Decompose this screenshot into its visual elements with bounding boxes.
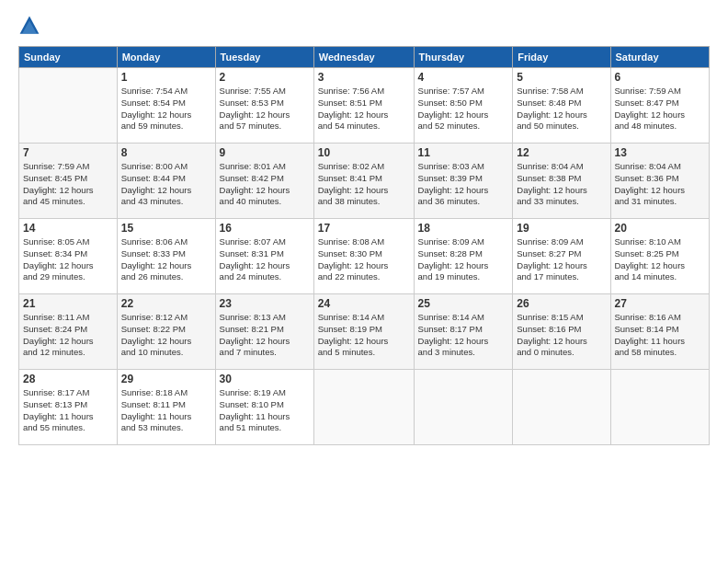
day-info: Sunrise: 8:14 AM Sunset: 8:19 PM Dayligh… <box>318 312 410 359</box>
day-info: Sunrise: 8:19 AM Sunset: 8:10 PM Dayligh… <box>220 387 310 434</box>
calendar-cell: 9Sunrise: 8:01 AM Sunset: 8:42 PM Daylig… <box>215 144 313 219</box>
day-number: 17 <box>318 222 410 235</box>
day-number: 12 <box>517 146 606 159</box>
calendar-cell: 5Sunrise: 7:58 AM Sunset: 8:48 PM Daylig… <box>513 68 610 144</box>
calendar-week-row: 1Sunrise: 7:54 AM Sunset: 8:54 PM Daylig… <box>19 68 710 144</box>
day-info: Sunrise: 7:57 AM Sunset: 8:50 PM Dayligh… <box>418 86 509 132</box>
weekday-header: Sunday <box>19 47 118 68</box>
calendar-cell: 11Sunrise: 8:03 AM Sunset: 8:39 PM Dayli… <box>414 144 513 219</box>
logo <box>18 15 46 37</box>
day-info: Sunrise: 7:58 AM Sunset: 8:48 PM Dayligh… <box>517 86 606 132</box>
day-number: 6 <box>615 71 706 84</box>
day-number: 22 <box>121 297 211 310</box>
calendar-cell: 17Sunrise: 8:08 AM Sunset: 8:30 PM Dayli… <box>313 219 414 294</box>
calendar-cell <box>313 370 414 445</box>
day-info: Sunrise: 8:15 AM Sunset: 8:16 PM Dayligh… <box>517 312 606 359</box>
day-info: Sunrise: 7:55 AM Sunset: 8:53 PM Dayligh… <box>220 86 310 132</box>
day-info: Sunrise: 7:56 AM Sunset: 8:51 PM Dayligh… <box>318 86 410 132</box>
day-number: 19 <box>517 222 606 235</box>
calendar-week-row: 14Sunrise: 8:05 AM Sunset: 8:34 PM Dayli… <box>19 219 710 294</box>
day-number: 30 <box>220 373 310 385</box>
day-info: Sunrise: 8:18 AM Sunset: 8:11 PM Dayligh… <box>121 387 211 434</box>
day-info: Sunrise: 8:00 AM Sunset: 8:44 PM Dayligh… <box>121 161 211 208</box>
day-info: Sunrise: 7:54 AM Sunset: 8:54 PM Dayligh… <box>121 86 211 132</box>
day-info: Sunrise: 8:04 AM Sunset: 8:38 PM Dayligh… <box>517 161 606 208</box>
day-info: Sunrise: 8:09 AM Sunset: 8:27 PM Dayligh… <box>517 236 606 283</box>
calendar-cell: 2Sunrise: 7:55 AM Sunset: 8:53 PM Daylig… <box>215 68 313 144</box>
day-number: 21 <box>23 297 113 310</box>
calendar-cell: 21Sunrise: 8:11 AM Sunset: 8:24 PM Dayli… <box>19 294 118 370</box>
calendar-cell: 24Sunrise: 8:14 AM Sunset: 8:19 PM Dayli… <box>313 294 414 370</box>
day-number: 28 <box>23 373 113 385</box>
calendar-cell: 7Sunrise: 7:59 AM Sunset: 8:45 PM Daylig… <box>19 144 118 219</box>
calendar-cell: 18Sunrise: 8:09 AM Sunset: 8:28 PM Dayli… <box>414 219 513 294</box>
day-info: Sunrise: 8:10 AM Sunset: 8:25 PM Dayligh… <box>615 236 706 283</box>
day-info: Sunrise: 8:08 AM Sunset: 8:30 PM Dayligh… <box>318 236 410 283</box>
calendar-cell: 20Sunrise: 8:10 AM Sunset: 8:25 PM Dayli… <box>610 219 710 294</box>
calendar-cell: 4Sunrise: 7:57 AM Sunset: 8:50 PM Daylig… <box>414 68 513 144</box>
day-number: 9 <box>220 146 310 159</box>
day-number: 29 <box>121 373 211 385</box>
calendar-cell: 29Sunrise: 8:18 AM Sunset: 8:11 PM Dayli… <box>117 370 215 445</box>
day-number: 4 <box>418 71 509 84</box>
calendar-cell: 16Sunrise: 8:07 AM Sunset: 8:31 PM Dayli… <box>215 219 313 294</box>
calendar-cell: 28Sunrise: 8:17 AM Sunset: 8:13 PM Dayli… <box>19 370 118 445</box>
calendar-cell: 12Sunrise: 8:04 AM Sunset: 8:38 PM Dayli… <box>513 144 610 219</box>
day-number: 8 <box>121 146 211 159</box>
calendar-week-row: 28Sunrise: 8:17 AM Sunset: 8:13 PM Dayli… <box>19 370 710 445</box>
weekday-header: Saturday <box>610 47 710 68</box>
day-number: 5 <box>517 71 606 84</box>
calendar-cell: 19Sunrise: 8:09 AM Sunset: 8:27 PM Dayli… <box>513 219 610 294</box>
calendar-header-row: SundayMondayTuesdayWednesdayThursdayFrid… <box>19 47 710 68</box>
calendar-cell: 22Sunrise: 8:12 AM Sunset: 8:22 PM Dayli… <box>117 294 215 370</box>
weekday-header: Thursday <box>414 47 513 68</box>
day-info: Sunrise: 8:11 AM Sunset: 8:24 PM Dayligh… <box>23 312 113 359</box>
day-number: 18 <box>418 222 509 235</box>
day-info: Sunrise: 7:59 AM Sunset: 8:47 PM Dayligh… <box>615 86 706 132</box>
day-info: Sunrise: 8:17 AM Sunset: 8:13 PM Dayligh… <box>23 387 113 434</box>
day-info: Sunrise: 8:07 AM Sunset: 8:31 PM Dayligh… <box>220 236 310 283</box>
day-number: 7 <box>23 146 113 159</box>
day-info: Sunrise: 8:14 AM Sunset: 8:17 PM Dayligh… <box>418 312 509 359</box>
day-number: 24 <box>318 297 410 310</box>
calendar-cell: 1Sunrise: 7:54 AM Sunset: 8:54 PM Daylig… <box>117 68 215 144</box>
day-number: 16 <box>220 222 310 235</box>
day-number: 20 <box>615 222 706 235</box>
calendar-cell <box>414 370 513 445</box>
weekday-header: Monday <box>117 47 215 68</box>
day-info: Sunrise: 8:05 AM Sunset: 8:34 PM Dayligh… <box>23 236 113 283</box>
logo-icon <box>18 15 40 37</box>
calendar-cell: 14Sunrise: 8:05 AM Sunset: 8:34 PM Dayli… <box>19 219 118 294</box>
calendar-week-row: 7Sunrise: 7:59 AM Sunset: 8:45 PM Daylig… <box>19 144 710 219</box>
day-number: 2 <box>220 71 310 84</box>
day-info: Sunrise: 8:03 AM Sunset: 8:39 PM Dayligh… <box>418 161 509 208</box>
day-number: 27 <box>615 297 706 310</box>
day-number: 15 <box>121 222 211 235</box>
day-info: Sunrise: 8:16 AM Sunset: 8:14 PM Dayligh… <box>615 312 706 359</box>
day-number: 10 <box>318 146 410 159</box>
calendar-week-row: 21Sunrise: 8:11 AM Sunset: 8:24 PM Dayli… <box>19 294 710 370</box>
calendar-cell: 6Sunrise: 7:59 AM Sunset: 8:47 PM Daylig… <box>610 68 710 144</box>
calendar-cell <box>513 370 610 445</box>
day-number: 14 <box>23 222 113 235</box>
header <box>18 15 710 37</box>
weekday-header: Friday <box>513 47 610 68</box>
day-number: 26 <box>517 297 606 310</box>
calendar-cell: 25Sunrise: 8:14 AM Sunset: 8:17 PM Dayli… <box>414 294 513 370</box>
day-info: Sunrise: 8:06 AM Sunset: 8:33 PM Dayligh… <box>121 236 211 283</box>
day-info: Sunrise: 8:02 AM Sunset: 8:41 PM Dayligh… <box>318 161 410 208</box>
calendar-cell: 10Sunrise: 8:02 AM Sunset: 8:41 PM Dayli… <box>313 144 414 219</box>
day-number: 3 <box>318 71 410 84</box>
calendar-cell: 27Sunrise: 8:16 AM Sunset: 8:14 PM Dayli… <box>610 294 710 370</box>
day-number: 23 <box>220 297 310 310</box>
calendar-cell <box>610 370 710 445</box>
calendar: SundayMondayTuesdayWednesdayThursdayFrid… <box>18 46 710 445</box>
day-number: 1 <box>121 71 211 84</box>
day-info: Sunrise: 8:13 AM Sunset: 8:21 PM Dayligh… <box>220 312 310 359</box>
calendar-cell <box>19 68 118 144</box>
page: SundayMondayTuesdayWednesdayThursdayFrid… <box>0 0 728 563</box>
calendar-cell: 13Sunrise: 8:04 AM Sunset: 8:36 PM Dayli… <box>610 144 710 219</box>
day-info: Sunrise: 8:04 AM Sunset: 8:36 PM Dayligh… <box>615 161 706 208</box>
day-number: 11 <box>418 146 509 159</box>
calendar-cell: 3Sunrise: 7:56 AM Sunset: 8:51 PM Daylig… <box>313 68 414 144</box>
